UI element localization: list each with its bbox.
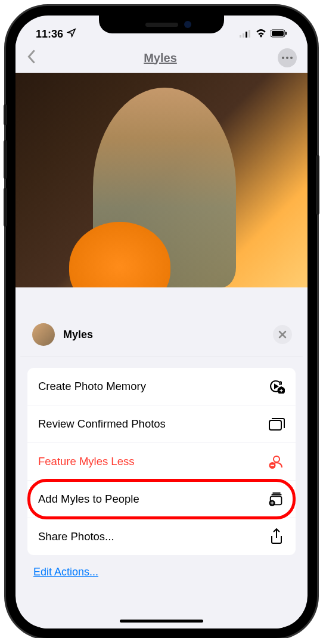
notch — [99, 16, 224, 33]
svg-point-7 — [282, 57, 284, 59]
action-label: Share Photos... — [38, 530, 114, 543]
svg-rect-2 — [246, 32, 247, 38]
volume-up-button — [4, 140, 7, 179]
wifi-icon — [255, 28, 267, 41]
share-icon — [268, 529, 285, 544]
status-time: 11:36 — [36, 28, 63, 41]
create-memory-row[interactable]: Create Photo Memory — [27, 368, 296, 405]
more-options-button[interactable] — [278, 48, 297, 67]
svg-rect-1 — [243, 33, 244, 38]
screen: 11:36 Myles — [15, 16, 308, 628]
svg-rect-6 — [285, 32, 287, 35]
front-camera — [184, 21, 191, 28]
close-button[interactable] — [273, 325, 292, 344]
action-label: Add Myles to People — [38, 493, 139, 506]
add-to-people-row[interactable]: Add Myles to People — [27, 481, 296, 518]
share-photos-row[interactable]: Share Photos... — [27, 518, 296, 555]
svg-rect-5 — [272, 31, 284, 36]
memory-play-icon — [268, 379, 285, 394]
add-to-collection-icon — [268, 491, 285, 507]
battery-icon — [271, 28, 287, 41]
review-photos-row[interactable]: Review Confirmed Photos — [27, 405, 296, 443]
mute-switch — [4, 104, 7, 125]
edit-actions-link[interactable]: Edit Actions... — [20, 555, 303, 589]
svg-point-8 — [286, 57, 288, 59]
sheet-header: Myles — [20, 312, 303, 357]
action-label: Feature Myles Less — [38, 455, 134, 468]
volume-down-button — [4, 188, 7, 227]
status-left: 11:36 — [36, 28, 76, 41]
speaker — [145, 23, 178, 27]
svg-rect-3 — [249, 30, 250, 38]
action-list: Create Photo Memory Review Confirmed Pho… — [27, 368, 296, 555]
feature-less-row[interactable]: Feature Myles Less — [27, 443, 296, 481]
cellular-signal-icon — [240, 28, 251, 41]
page-title: Myles — [43, 51, 278, 65]
home-indicator[interactable] — [120, 620, 203, 623]
svg-marker-10 — [275, 385, 278, 388]
action-sheet: Myles Create Photo Memory Review Confirm… — [20, 312, 303, 628]
svg-rect-12 — [269, 420, 281, 430]
photo-stack-icon — [268, 416, 285, 432]
action-label: Review Confirmed Photos — [38, 417, 166, 431]
phone-frame: 11:36 Myles — [6, 6, 317, 638]
nav-bar: Myles — [15, 43, 308, 73]
action-label: Create Photo Memory — [38, 380, 146, 393]
location-arrow-icon — [67, 28, 76, 41]
sheet-person-name: Myles — [63, 329, 273, 341]
status-right — [240, 28, 287, 41]
svg-rect-0 — [240, 35, 241, 38]
back-button[interactable] — [26, 49, 43, 66]
avatar — [32, 323, 55, 346]
power-button — [316, 155, 319, 215]
svg-point-9 — [290, 57, 293, 59]
svg-point-13 — [274, 456, 279, 462]
person-minus-icon — [268, 454, 285, 469]
person-photo — [15, 73, 308, 287]
